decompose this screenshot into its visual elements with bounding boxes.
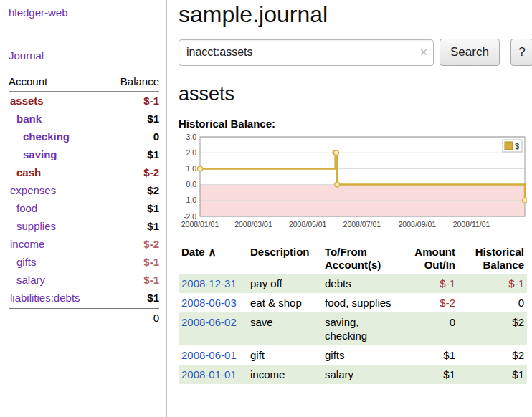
sidebar-account-link-supplies[interactable]: supplies xyxy=(16,220,56,232)
help-button[interactable]: ? xyxy=(510,39,532,66)
account-row: expenses$2 xyxy=(9,181,159,199)
page-title: sample.journal xyxy=(179,1,532,28)
svg-text:3.0: 3.0 xyxy=(186,133,196,141)
svg-text:$: $ xyxy=(515,142,519,150)
account-balance: $1 xyxy=(106,289,159,308)
accounts-total-spacer xyxy=(9,308,106,327)
register-balance: $2 xyxy=(458,345,527,365)
account-name-cell: assets xyxy=(9,92,106,110)
search-box: × xyxy=(179,39,434,66)
svg-text:2008/11/01: 2008/11/01 xyxy=(453,220,490,229)
register-date-cell: 2008-12-31 xyxy=(179,274,247,293)
sidebar-account-link-liabilities-debts[interactable]: liabilities:debts xyxy=(10,292,80,304)
register-date-link[interactable]: 2008-06-03 xyxy=(181,297,237,309)
svg-text:2008/09/01: 2008/09/01 xyxy=(399,220,437,229)
account-name-cell: bank xyxy=(9,110,106,128)
register-header-accounts: To/From Account(s) xyxy=(322,244,402,274)
account-row: bank$1 xyxy=(9,110,159,128)
search-row: × Search ? xyxy=(179,39,532,66)
svg-text:1.0: 1.0 xyxy=(186,164,196,173)
register-date-link[interactable]: 2008-12-31 xyxy=(181,277,237,289)
sidebar-account-link-income[interactable]: income xyxy=(10,238,44,250)
register-description: pay off xyxy=(247,274,322,293)
account-row: gifts$-1 xyxy=(9,253,159,271)
svg-text:2008/05/01: 2008/05/01 xyxy=(289,220,327,229)
register-balance: $1 xyxy=(458,365,527,384)
account-name-cell: cash xyxy=(9,163,106,181)
register-table: Date∧ Description To/From Account(s) Amo… xyxy=(179,244,527,384)
clear-search-icon[interactable]: × xyxy=(419,44,427,60)
register-row: 2008-12-31pay offdebts$-1$-1 xyxy=(179,274,527,293)
account-row: food$1 xyxy=(9,199,159,217)
account-row: supplies$1 xyxy=(9,217,159,235)
accounts-header-account: Account xyxy=(9,74,106,92)
hledger-web-brand-link[interactable]: hledger-web xyxy=(9,6,68,19)
sidebar-account-link-cash[interactable]: cash xyxy=(16,166,41,178)
register-balance: 0 xyxy=(458,293,527,312)
account-balance: $2 xyxy=(106,181,159,199)
register-description: gift xyxy=(247,345,322,365)
account-row: saving$1 xyxy=(9,145,159,163)
register-amount: 0 xyxy=(402,312,458,345)
sidebar: hledger-web Journal Account Balance asse… xyxy=(0,0,167,417)
account-balance: $-1 xyxy=(106,253,159,271)
account-row: checking0 xyxy=(9,128,159,145)
register-date-link[interactable]: 2008-06-02 xyxy=(181,316,237,328)
sidebar-account-link-food[interactable]: food xyxy=(16,202,37,214)
register-accounts: debts xyxy=(322,274,402,293)
account-name-cell: salary xyxy=(9,271,106,289)
register-accounts: salary xyxy=(322,365,402,384)
sidebar-account-link-salary[interactable]: salary xyxy=(16,274,45,286)
sidebar-account-link-assets[interactable]: assets xyxy=(10,95,44,107)
register-row: 2008-06-03eat & shopfood, supplies$-20 xyxy=(179,293,527,312)
account-name-cell: liabilities:debts xyxy=(9,289,106,308)
app-window: hledger-web Journal Account Balance asse… xyxy=(0,0,532,417)
sidebar-account-link-expenses[interactable]: expenses xyxy=(10,184,56,196)
svg-text:2008/03/01: 2008/03/01 xyxy=(234,220,272,229)
sidebar-item-journal[interactable]: Journal xyxy=(9,49,44,62)
sort-ascending-icon: ∧ xyxy=(209,246,217,258)
account-name-cell: gifts xyxy=(9,253,106,271)
account-name-cell: checking xyxy=(9,128,106,145)
sidebar-account-link-gifts[interactable]: gifts xyxy=(16,256,37,268)
account-balance: $1 xyxy=(106,199,159,217)
brand: hledger-web xyxy=(9,6,159,19)
chart-title: Historical Balance: xyxy=(179,118,532,130)
register-date-cell: 2008-06-03 xyxy=(179,293,247,312)
account-name-cell: saving xyxy=(9,145,106,163)
register-header-date[interactable]: Date∧ xyxy=(179,244,247,274)
register-date-cell: 2008-01-01 xyxy=(179,365,247,384)
search-input[interactable] xyxy=(179,39,434,66)
svg-text:-2.0: -2.0 xyxy=(184,212,196,221)
sidebar-account-link-saving[interactable]: saving xyxy=(23,148,57,160)
register-accounts: saving, checking xyxy=(322,312,402,345)
account-row: assets$-1 xyxy=(9,92,159,110)
register-date-cell: 2008-06-02 xyxy=(179,312,247,345)
search-button[interactable]: Search xyxy=(440,39,500,66)
register-amount: $1 xyxy=(402,345,458,365)
account-balance: $1 xyxy=(106,217,159,235)
account-balance: 0 xyxy=(106,128,159,145)
account-name-cell: expenses xyxy=(9,181,106,199)
svg-text:2.0: 2.0 xyxy=(186,148,196,157)
sidebar-account-link-bank[interactable]: bank xyxy=(16,112,42,125)
account-row: liabilities:debts$1 xyxy=(9,289,159,308)
svg-text:-1.0: -1.0 xyxy=(184,196,196,204)
register-header-description: Description xyxy=(247,244,322,274)
accounts-header-balance: Balance xyxy=(106,74,159,92)
register-row: 2008-06-02savesaving, checking0$2 xyxy=(179,312,527,345)
historical-balance-chart: -2.0-1.00.01.02.03.02008/01/012008/03/01… xyxy=(179,133,532,236)
account-balance: $-1 xyxy=(106,92,159,110)
register-header-balance: Historical Balance xyxy=(458,244,527,274)
account-name-cell: supplies xyxy=(9,217,106,235)
sidebar-nav: Journal xyxy=(9,49,159,62)
register-date-link[interactable]: 2008-06-01 xyxy=(181,349,237,361)
sidebar-account-link-checking[interactable]: checking xyxy=(23,130,70,143)
register-date-link[interactable]: 2008-01-01 xyxy=(181,368,237,380)
register-header-row: Date∧ Description To/From Account(s) Amo… xyxy=(179,244,527,274)
account-balance: $-2 xyxy=(106,163,159,181)
main-content: sample.journal × Search ? assets Histori… xyxy=(167,0,532,417)
account-row: income$-2 xyxy=(9,235,159,253)
register-row: 2008-06-01giftgifts$1$2 xyxy=(179,345,527,365)
svg-text:2008/01/01: 2008/01/01 xyxy=(181,220,219,229)
